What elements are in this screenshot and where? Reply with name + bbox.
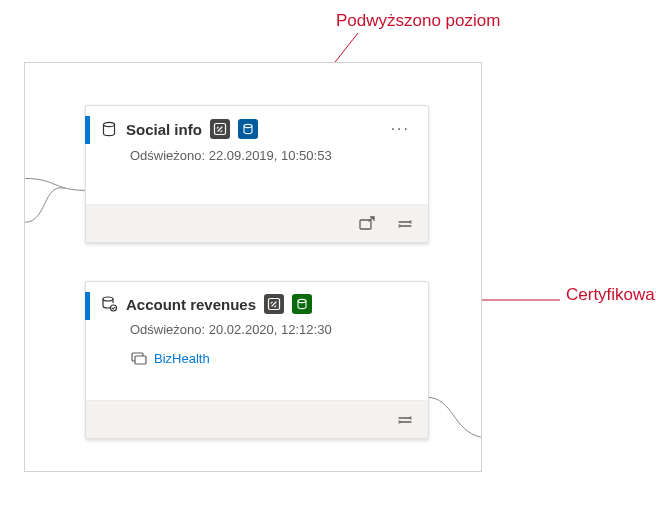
more-options-button[interactable]: ··· xyxy=(387,118,414,140)
dataset-icon xyxy=(100,120,118,138)
sensitivity-badge-icon xyxy=(210,119,230,139)
refreshed-text: Odświeżono: 22.09.2019, 10:50:53 xyxy=(86,146,428,171)
dataset-card-social-info[interactable]: Social info ··· Odświeżono: 22.09.2019, … xyxy=(85,105,429,243)
card-footer xyxy=(86,400,428,438)
card-footer xyxy=(86,204,428,242)
dataset-card-account-revenues[interactable]: Account revenues Odświeżono: 20.02.2020,… xyxy=(85,281,429,439)
workspace-icon xyxy=(130,349,148,367)
sensitivity-badge-icon xyxy=(264,294,284,314)
promoted-badge-icon xyxy=(238,119,258,139)
card-title: Account revenues xyxy=(126,296,256,313)
card-accent xyxy=(85,116,90,144)
svg-point-9 xyxy=(298,299,306,302)
card-title: Social info xyxy=(126,121,202,138)
dataflow-icon xyxy=(100,295,118,313)
lineage-canvas: Social info ··· Odświeżono: 22.09.2019, … xyxy=(24,62,482,472)
share-button[interactable] xyxy=(356,213,378,235)
certified-badge-icon xyxy=(292,294,312,314)
workspace-link[interactable]: BizHealth xyxy=(154,351,210,366)
svg-point-4 xyxy=(244,124,252,127)
refreshed-text: Odświeżono: 20.02.2020, 12:12:30 xyxy=(86,320,428,345)
card-accent xyxy=(85,292,90,320)
svg-point-6 xyxy=(103,297,113,301)
svg-point-2 xyxy=(104,122,115,126)
expand-lineage-button[interactable] xyxy=(394,409,416,431)
svg-rect-11 xyxy=(135,356,146,364)
expand-lineage-button[interactable] xyxy=(394,213,416,235)
